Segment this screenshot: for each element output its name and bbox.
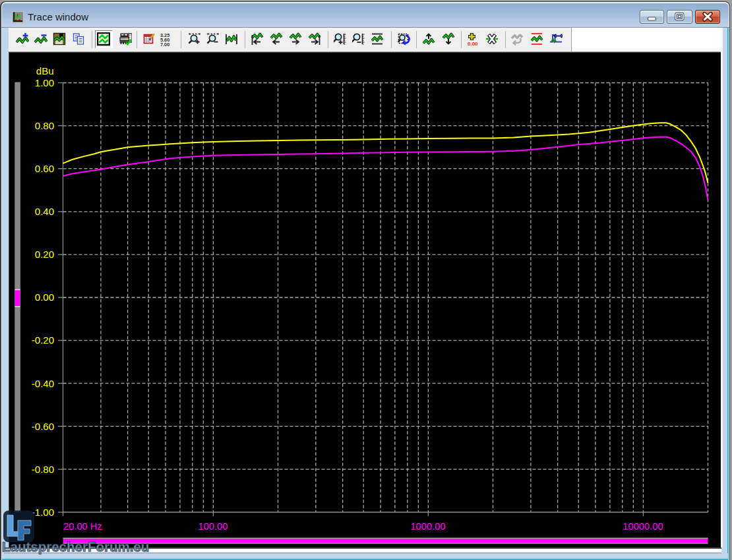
svg-text:10000.00: 10000.00 bbox=[623, 521, 663, 532]
svg-text:0.00: 0.00 bbox=[35, 292, 54, 303]
svg-text:-1.00: -1.00 bbox=[32, 507, 54, 518]
svg-text:0.60: 0.60 bbox=[35, 163, 54, 174]
svg-text:dBu: dBu bbox=[36, 65, 54, 77]
svg-text:-0.20: -0.20 bbox=[32, 335, 54, 346]
svg-text:-0.80: -0.80 bbox=[32, 464, 54, 475]
svg-text:1000.00: 1000.00 bbox=[410, 521, 445, 532]
svg-text:0.00: 0.00 bbox=[468, 41, 478, 47]
svg-text:-0.40: -0.40 bbox=[32, 378, 54, 389]
svg-text:0.80: 0.80 bbox=[35, 120, 54, 131]
svg-text:7.00: 7.00 bbox=[160, 42, 169, 46]
svg-text:100.00: 100.00 bbox=[198, 521, 228, 532]
svg-text:-0.60: -0.60 bbox=[32, 421, 54, 432]
svg-text:0.20: 0.20 bbox=[35, 249, 54, 260]
svg-text:1.00: 1.00 bbox=[35, 77, 54, 88]
svg-text:20.00 Hz: 20.00 Hz bbox=[63, 521, 102, 532]
svg-text:0.40: 0.40 bbox=[35, 206, 54, 217]
